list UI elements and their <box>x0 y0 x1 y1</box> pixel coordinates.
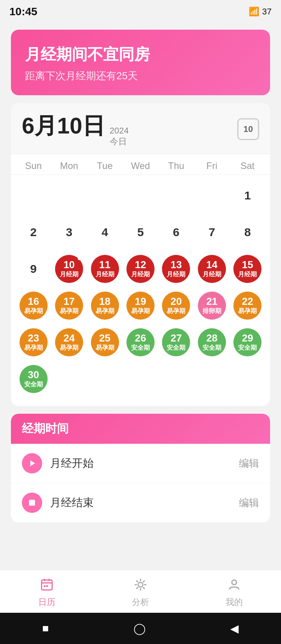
cal-day-num: 18 <box>99 296 110 306</box>
android-nav: ■ ◯ ◀ <box>0 613 281 644</box>
cal-day-label: 排卵期 <box>203 307 221 315</box>
period-end-item[interactable]: 月经结束 编辑 <box>11 483 270 523</box>
cal-cell[interactable]: 28安全期 <box>194 325 229 360</box>
cal-cell[interactable]: 7 <box>194 215 229 250</box>
cal-cell[interactable]: 18易孕期 <box>87 288 123 323</box>
cal-cell <box>230 361 265 397</box>
cal-day-num: 1 <box>244 190 251 201</box>
cal-day-num: 28 <box>206 333 217 343</box>
cal-day-label: 易孕期 <box>96 344 114 351</box>
nav-analysis[interactable]: 分析 <box>131 575 150 608</box>
cal-day-num: 2 <box>30 226 37 238</box>
cal-cell[interactable]: 1 <box>230 178 265 213</box>
calendar-today-label: 今日 <box>110 136 129 148</box>
cal-day-num: 23 <box>28 333 39 343</box>
svg-point-8 <box>138 582 143 587</box>
nav-mine[interactable]: 我的 <box>225 575 244 608</box>
period-start-label: 月经开始 <box>50 456 231 471</box>
cal-row-5: 30安全期 <box>16 361 265 397</box>
cal-day-num: 22 <box>242 296 253 306</box>
svg-line-16 <box>136 587 138 589</box>
svg-point-17 <box>232 580 237 585</box>
cal-cell[interactable]: 15月经期 <box>230 251 265 286</box>
cal-cell[interactable]: 6 <box>158 215 194 250</box>
cal-cell[interactable]: 10月经期 <box>51 251 87 286</box>
android-back[interactable]: ■ <box>42 622 49 635</box>
calendar-grid: 12345678910月经期11月经期12月经期13月经期14月经期15月经期1… <box>11 175 270 406</box>
cal-cell[interactable]: 5 <box>123 215 158 250</box>
cal-cell[interactable]: 30安全期 <box>16 361 51 397</box>
cal-day-label: 易孕期 <box>96 307 114 315</box>
cal-cell[interactable]: 21排卵期 <box>194 288 229 323</box>
weekday-mon: Mon <box>51 160 87 171</box>
analysis-nav-icon <box>131 575 150 594</box>
cal-cell[interactable]: 22易孕期 <box>230 288 265 323</box>
cal-cell <box>123 178 158 213</box>
cal-day-label: 易孕期 <box>167 307 185 315</box>
battery-icon: 37 <box>262 7 272 17</box>
cal-cell[interactable]: 29安全期 <box>230 325 265 360</box>
cal-cell[interactable]: 16易孕期 <box>16 288 51 323</box>
cal-cell <box>51 361 87 397</box>
period-end-edit[interactable]: 编辑 <box>239 496 259 510</box>
main-content: 月经期间不宜同房 距离下次月经期还有25天 6月10日 2024 今日 10 S… <box>0 23 281 523</box>
weekday-row: Sun Mon Tue Wed Thu Fri Sat <box>11 154 270 175</box>
cal-cell <box>87 361 123 397</box>
nav-calendar[interactable]: 日历 <box>37 575 56 608</box>
cal-day-label: 易孕期 <box>60 344 78 351</box>
cal-day-num: 30 <box>28 370 39 380</box>
cal-day-label: 易孕期 <box>131 307 150 315</box>
cal-cell[interactable]: 27安全期 <box>158 325 194 360</box>
cal-cell[interactable]: 26安全期 <box>123 325 158 360</box>
svg-rect-6 <box>44 585 46 587</box>
cal-cell[interactable]: 8 <box>230 215 265 250</box>
cal-day-label: 安全期 <box>203 344 221 351</box>
status-time: 10:45 <box>9 5 37 18</box>
period-section: 经期时间 月经开始 编辑 月经结束 编辑 <box>11 414 270 523</box>
cal-day-num: 11 <box>99 260 110 270</box>
cal-cell[interactable]: 25易孕期 <box>87 325 123 360</box>
cal-cell <box>194 178 229 213</box>
cal-day-label: 安全期 <box>238 344 257 351</box>
cal-cell[interactable]: 9 <box>16 251 51 286</box>
cal-cell[interactable]: 11月经期 <box>87 251 123 286</box>
nav-analysis-label: 分析 <box>132 596 149 608</box>
period-start-edit[interactable]: 编辑 <box>239 457 259 470</box>
cal-cell[interactable]: 2 <box>16 215 51 250</box>
cal-day-label: 月经期 <box>167 270 185 278</box>
cal-day-label: 月经期 <box>96 270 114 278</box>
cal-cell[interactable]: 13月经期 <box>158 251 194 286</box>
cal-day-label: 易孕期 <box>24 344 43 351</box>
cal-day-num: 25 <box>99 333 110 343</box>
cal-day-num: 10 <box>64 260 75 270</box>
cal-cell <box>123 361 158 397</box>
cal-cell[interactable]: 17易孕期 <box>51 288 87 323</box>
calendar-year: 2024 <box>110 126 129 136</box>
cal-cell[interactable]: 4 <box>87 215 123 250</box>
period-start-item[interactable]: 月经开始 编辑 <box>11 444 270 483</box>
cal-cell[interactable]: 3 <box>51 215 87 250</box>
cal-day-label: 易孕期 <box>60 307 78 315</box>
calendar-icon[interactable]: 10 <box>237 118 259 140</box>
banner-title: 月经期间不宜同房 <box>25 44 256 65</box>
cal-day-num: 4 <box>101 226 108 238</box>
cal-day-label: 易孕期 <box>238 307 257 315</box>
cal-day-num: 9 <box>30 263 37 275</box>
cal-day-label: 月经期 <box>203 270 221 278</box>
cal-cell[interactable]: 19易孕期 <box>123 288 158 323</box>
cal-cell[interactable]: 12月经期 <box>123 251 158 286</box>
cal-row-4: 23易孕期24易孕期25易孕期26安全期27安全期28安全期29安全期 <box>16 325 265 360</box>
cal-day-num: 15 <box>242 260 253 270</box>
cal-cell[interactable]: 23易孕期 <box>16 325 51 360</box>
cal-cell <box>158 178 194 213</box>
android-home[interactable]: ◯ <box>133 622 146 635</box>
svg-line-13 <box>136 580 138 582</box>
cal-day-num: 12 <box>135 260 146 270</box>
android-recent[interactable]: ◀ <box>230 622 239 635</box>
cal-cell <box>87 178 123 213</box>
play-icon-circle <box>22 453 42 473</box>
cal-cell[interactable]: 20易孕期 <box>158 288 194 323</box>
cal-cell[interactable]: 24易孕期 <box>51 325 87 360</box>
cal-cell <box>158 361 194 397</box>
cal-cell[interactable]: 14月经期 <box>194 251 229 286</box>
